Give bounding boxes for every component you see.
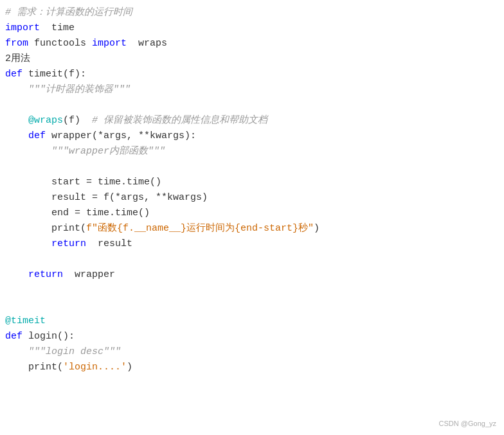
token: @timeit (5, 314, 46, 329)
token: end = time.time() (5, 206, 150, 221)
code-line: end = time.time() (0, 206, 504, 221)
code-line (0, 298, 504, 314)
code-line: def wrapper(*args, **kwargs): (0, 129, 504, 144)
token: wrapper (63, 267, 115, 283)
code-line: print('login....') (0, 360, 504, 375)
code-line: from functools import wraps (0, 36, 504, 51)
code-line: @wraps(f) # 保留被装饰函数的属性信息和帮助文档 (0, 113, 504, 129)
token: """计时器的装饰器""" (5, 82, 130, 98)
code-line: start = time.time() (0, 175, 504, 190)
token: # 保留被装饰函数的属性信息和帮助文档 (80, 113, 267, 129)
token: timeit(f): (22, 67, 86, 82)
token: def (28, 129, 46, 144)
token: @wraps (28, 113, 63, 129)
token: 'login....' (63, 360, 127, 375)
code-line: import time (0, 21, 504, 36)
token: def (5, 67, 22, 82)
code-line: """计时器的装饰器""" (0, 82, 504, 98)
token: from (5, 36, 28, 51)
code-line: @timeit (0, 314, 504, 329)
token: def (5, 329, 22, 344)
code-line (0, 159, 504, 175)
token: print( (5, 360, 63, 375)
code-line: def login(): (0, 329, 504, 344)
token: """wrapper内部函数""" (5, 144, 165, 159)
code-line: """wrapper内部函数""" (0, 144, 504, 159)
code-line (0, 98, 504, 113)
token: ) (314, 221, 320, 236)
token: f"函数{f.__name__}运行时间为{end-start}秒" (86, 221, 314, 236)
code-editor: # 需求：计算函数的运行时间import timefrom functools … (0, 0, 504, 435)
code-lines: # 需求：计算函数的运行时间import timefrom functools … (0, 5, 504, 375)
token: return (51, 236, 86, 252)
code-line: return wrapper (0, 267, 504, 283)
token (5, 344, 28, 360)
token: wrapper(*args, **kwargs): (46, 129, 196, 144)
token: import (5, 21, 40, 36)
token: """login desc""" (28, 344, 121, 360)
token (5, 267, 28, 283)
token: import (92, 36, 127, 51)
code-line (0, 283, 504, 298)
code-line: 2用法 (0, 51, 504, 67)
token: return (28, 267, 63, 283)
token: (f) (63, 113, 80, 129)
token: time (40, 21, 75, 36)
token (5, 129, 28, 144)
token: login(): (22, 329, 75, 344)
token: ) (127, 360, 132, 375)
watermark: CSDN @Gong_yz (439, 418, 496, 430)
token: result (86, 236, 132, 252)
token: functools (28, 36, 92, 51)
token: result = f(*args, **kwargs) (5, 190, 208, 206)
token: wraps (127, 36, 167, 51)
token: start = time.time() (5, 175, 161, 190)
code-line: result = f(*args, **kwargs) (0, 190, 504, 206)
code-line: def timeit(f): (0, 67, 504, 82)
code-line: # 需求：计算函数的运行时间 (0, 5, 504, 21)
token (5, 113, 28, 129)
code-line: print(f"函数{f.__name__}运行时间为{end-start}秒"… (0, 221, 504, 236)
token: # 需求：计算函数的运行时间 (5, 5, 132, 21)
token: print( (5, 221, 86, 236)
token: 2用法 (5, 51, 30, 67)
code-line (0, 252, 504, 267)
code-line: """login desc""" (0, 344, 504, 360)
token (5, 236, 51, 252)
code-line: return result (0, 236, 504, 252)
